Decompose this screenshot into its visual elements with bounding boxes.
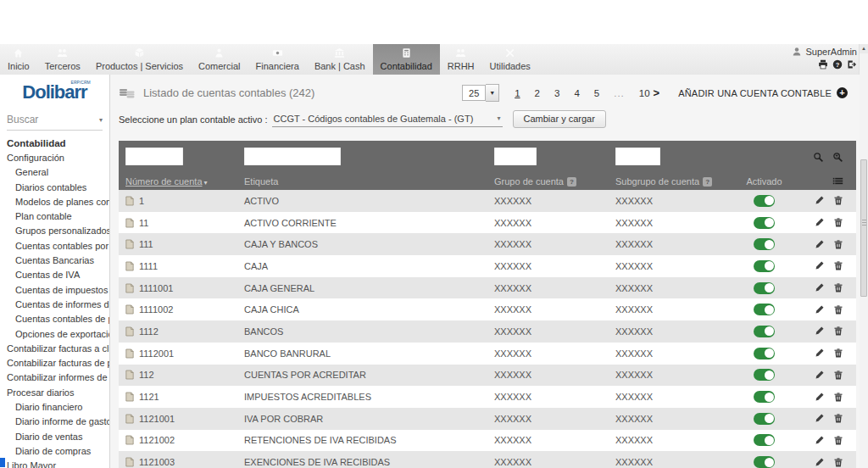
- table-row[interactable]: 11 ACTIVO CORRIENTE XXXXXX XXXXXX: [119, 212, 856, 234]
- delete-icon[interactable]: [833, 217, 843, 228]
- active-toggle[interactable]: [754, 348, 775, 359]
- vertical-scrollbar[interactable]: ▲: [859, 44, 868, 468]
- sidebar-item-diario-de-compras[interactable]: Diario de compras: [0, 444, 109, 459]
- subgroup-help-icon[interactable]: ?: [703, 177, 712, 187]
- filter-label-input[interactable]: [244, 148, 341, 165]
- filter-subgroup-input[interactable]: [615, 148, 660, 165]
- table-row[interactable]: 1111002 CAJA CHICA XXXXXX XXXXXX: [119, 298, 856, 320]
- change-and-load-button[interactable]: Cambiar y cargar: [513, 110, 606, 128]
- sidebar-item-contabilizar-facturas-a-clien[interactable]: Contabilizar facturas a clien...: [0, 342, 109, 356]
- edit-icon[interactable]: [815, 239, 825, 250]
- table-row[interactable]: 1121 IMPUESTOS ACREDITABLES XXXXXX XXXXX…: [119, 386, 856, 408]
- sidebar-item-cuentas-contables-por-de[interactable]: Cuentas contables por de...: [0, 239, 109, 254]
- column-account-number[interactable]: Número de cuenta: [125, 176, 203, 187]
- edit-icon[interactable]: [815, 435, 825, 446]
- scrollbar-thumb[interactable]: [860, 159, 867, 297]
- edit-icon[interactable]: [815, 326, 825, 337]
- sidebar-item-modelos-de-planes-conta[interactable]: Modelos de planes conta...: [0, 195, 109, 209]
- account-number-link[interactable]: 1: [139, 196, 144, 206]
- delete-icon[interactable]: [833, 392, 843, 403]
- dolibarr-logo[interactable]: DolibarrERP/CRM: [0, 75, 109, 105]
- sidebar-item-cuentas-de-informes-de-p[interactable]: Cuentas de informes de p...: [0, 298, 109, 312]
- account-number-link[interactable]: 1112001: [139, 348, 174, 359]
- sidebar-item-grupos-personalizados[interactable]: Grupos personalizados: [0, 224, 109, 238]
- menu-item-productos-servicios[interactable]: Productos | Servicios: [88, 44, 191, 75]
- sidebar-item-libro-mayor[interactable]: Libro Mayor: [0, 459, 109, 468]
- sidebar-item-diario-de-ventas[interactable]: Diario de ventas: [0, 430, 109, 444]
- edit-icon[interactable]: [815, 260, 825, 271]
- delete-icon[interactable]: [833, 457, 843, 468]
- account-number-link[interactable]: 1111002: [139, 304, 173, 315]
- edit-icon[interactable]: [815, 348, 825, 359]
- page-link-1[interactable]: 1: [515, 88, 520, 98]
- print-icon[interactable]: [818, 59, 828, 70]
- menu-item-bank-cash[interactable]: Bank | Cash: [307, 44, 373, 75]
- delete-icon[interactable]: [833, 282, 843, 293]
- user-line[interactable]: SuperAdmin: [792, 47, 857, 57]
- sidebar-item-general[interactable]: General: [0, 165, 109, 180]
- logout-icon[interactable]: [847, 59, 857, 70]
- edit-icon[interactable]: [815, 392, 825, 403]
- sort-desc-icon[interactable]: ▾: [204, 179, 208, 187]
- search-icon[interactable]: [813, 151, 824, 162]
- active-toggle[interactable]: [754, 195, 775, 207]
- edit-icon[interactable]: [815, 370, 825, 381]
- table-row[interactable]: 1111001 CAJA GENERAL XXXXXX XXXXXX: [119, 277, 856, 299]
- active-toggle[interactable]: [754, 326, 775, 337]
- table-row[interactable]: 1121002 RETENCIONES DE IVA RECIBIDAS XXX…: [119, 430, 856, 452]
- filter-group-input[interactable]: [494, 148, 537, 165]
- sidebar-item-diarios-contables[interactable]: Diarios contables: [0, 181, 109, 195]
- edit-icon[interactable]: [815, 304, 825, 315]
- table-row[interactable]: 1112001 BANCO BANRURAL XXXXXX XXXXXX: [119, 343, 856, 365]
- delete-icon[interactable]: [833, 413, 843, 424]
- account-number-link[interactable]: 1121: [139, 392, 159, 402]
- scrollbar-up-arrow[interactable]: ▲: [860, 44, 868, 53]
- help-icon[interactable]: ?: [832, 59, 843, 70]
- account-number-link[interactable]: 1121002: [139, 435, 175, 445]
- column-label[interactable]: Etiqueta: [244, 176, 278, 187]
- delete-icon[interactable]: [833, 370, 843, 381]
- page-link-4[interactable]: 4: [574, 88, 579, 98]
- column-selector-icon[interactable]: [832, 176, 843, 187]
- active-toggle[interactable]: [754, 413, 775, 425]
- account-number-link[interactable]: 1121003: [139, 457, 175, 467]
- delete-icon[interactable]: [833, 348, 843, 359]
- active-toggle[interactable]: [754, 282, 775, 294]
- table-row[interactable]: 1112 BANCOS XXXXXX XXXXXX: [119, 320, 856, 343]
- sidebar-item-procesar-diarios[interactable]: Procesar diarios: [0, 386, 109, 400]
- sidebar-item-contabilizar-informes-de-ga[interactable]: Contabilizar informes de ga...: [0, 370, 109, 385]
- group-help-icon[interactable]: ?: [567, 177, 576, 187]
- account-number-link[interactable]: 1112: [139, 326, 159, 337]
- delete-icon[interactable]: [833, 195, 843, 206]
- delete-icon[interactable]: [833, 326, 843, 337]
- menu-item-inicio[interactable]: Inicio: [0, 44, 37, 75]
- active-toggle[interactable]: [754, 260, 775, 272]
- clear-filter-icon[interactable]: [832, 151, 843, 162]
- active-toggle[interactable]: [754, 238, 775, 250]
- delete-icon[interactable]: [833, 239, 843, 250]
- edit-icon[interactable]: [815, 457, 825, 468]
- column-subgroup[interactable]: Subgrupo de cuenta: [615, 176, 699, 187]
- delete-icon[interactable]: [833, 304, 843, 315]
- menu-item-rrhh[interactable]: RRHH: [440, 44, 482, 75]
- sidebar-item-configuraci-n[interactable]: Configuración: [0, 151, 109, 165]
- column-group[interactable]: Grupo de cuenta: [494, 176, 564, 187]
- sidebar-item-cuentas-contables-de-pro[interactable]: Cuentas contables de pro...: [0, 312, 109, 326]
- sidebar-item-cuentas-de-iva[interactable]: Cuentas de IVA: [0, 268, 109, 282]
- table-row[interactable]: 1111 CAJA XXXXXX XXXXXX: [119, 255, 856, 277]
- plan-select[interactable]: CCGT - Códigos contables de Guatemala - …: [272, 112, 503, 127]
- active-toggle[interactable]: [754, 456, 775, 468]
- sidebar-item-contabilizar-facturas-de-pro[interactable]: Contabilizar facturas de pro...: [0, 356, 109, 370]
- page-link-2[interactable]: 2: [535, 88, 540, 98]
- edit-icon[interactable]: [815, 282, 825, 293]
- filter-account-number-input[interactable]: [125, 148, 183, 165]
- table-row[interactable]: 112 CUENTAS POR ACREDITAR XXXXXX XXXXXX: [119, 365, 856, 387]
- account-number-link[interactable]: 11: [139, 218, 148, 228]
- page-link-3[interactable]: 3: [554, 88, 559, 98]
- page-link-10[interactable]: 10: [639, 88, 650, 98]
- menu-item-financiera[interactable]: Financiera: [248, 44, 307, 75]
- next-page-button[interactable]: >: [654, 86, 660, 99]
- table-row[interactable]: 1121001 IVA POR COBRAR XXXXXX XXXXXX: [119, 408, 856, 430]
- table-row[interactable]: 1 ACTIVO XXXXXX XXXXXX: [119, 190, 856, 212]
- page-link-5[interactable]: 5: [594, 88, 599, 98]
